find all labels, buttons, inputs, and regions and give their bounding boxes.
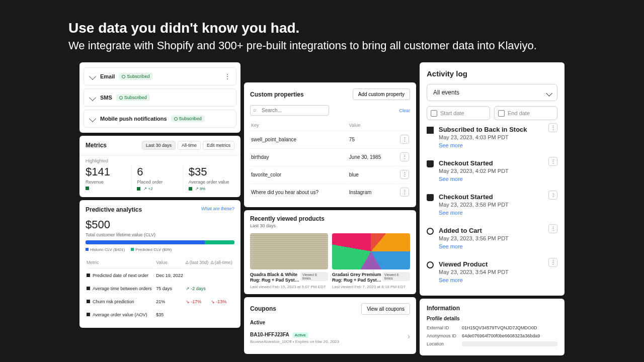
chevron-down-icon <box>89 94 96 101</box>
start-date-input[interactable]: Start date <box>427 106 490 120</box>
custom-properties-card: Custom properties Add custom property Cl… <box>244 82 416 207</box>
table-row: Where did you hear about us?Instagram⋮ <box>251 184 409 200</box>
status-badge: Subscribed <box>116 94 150 101</box>
event-icon <box>427 261 434 268</box>
activity-event: Viewed Product May 23, 2023, 3:54 PM PDT… <box>427 255 557 289</box>
channels-card: Email Subscribed ⋮ SMS Subscribed Mobile… <box>79 62 240 133</box>
metric-revenue: $141 Revenue <box>86 165 132 191</box>
end-date-input[interactable]: End date <box>494 106 557 120</box>
edit-metrics-button[interactable]: Edit metrics <box>203 141 234 150</box>
range-last30[interactable]: Last 30 days <box>142 141 176 150</box>
status-badge: Subscribed <box>171 115 205 122</box>
table-row: Average time between orders75 days↗ -2 d… <box>87 283 233 295</box>
table-row: Predicted date of next orderDec 19, 2022 <box>87 269 233 282</box>
product-card[interactable]: Gradasi Grey Premium Rug: Rug + Pad Syst… <box>332 233 410 289</box>
metric-aov: $35 Average order value ↗ 8% <box>184 165 234 191</box>
search-input[interactable] <box>250 105 329 116</box>
clear-link[interactable]: Clear <box>399 108 410 113</box>
channel-sms[interactable]: SMS Subscribed <box>84 88 236 107</box>
table-row: Average order value (AOV)$35 <box>87 309 233 321</box>
location-placeholder <box>462 341 557 346</box>
status-badge: Subscribed <box>119 73 152 80</box>
metric-orders: 6 Placed order ↗ +2 <box>132 165 183 191</box>
see-more-link[interactable]: See more <box>439 210 557 216</box>
see-more-link[interactable]: See more <box>439 277 557 283</box>
chevron-right-icon: › <box>408 332 410 341</box>
more-icon[interactable]: ⋮ <box>400 135 409 144</box>
help-link[interactable]: What are these? <box>201 206 234 213</box>
hero-subtitle: We integrate with Shopify and 300+ pre-b… <box>68 39 644 52</box>
product-thumbnail <box>250 233 328 269</box>
information-card: Information Profile details External ID0… <box>420 299 565 355</box>
more-icon[interactable]: ⋮ <box>548 224 557 233</box>
event-icon <box>427 160 434 167</box>
table-row: Churn risk prediction21%↘ -17%↘ -13% <box>87 296 233 308</box>
see-more-link[interactable]: See more <box>439 142 557 148</box>
more-icon[interactable]: ⋮ <box>548 123 557 132</box>
table-row: favorite_colorblue⋮ <box>251 166 409 183</box>
event-icon <box>427 127 434 134</box>
table-row: birthdayJune 30, 1985⋮ <box>251 148 409 165</box>
range-alltime[interactable]: All-time <box>178 141 201 150</box>
more-icon[interactable]: ⋮ <box>548 191 557 200</box>
channel-email[interactable]: Email Subscribed ⋮ <box>84 67 236 85</box>
events-filter-select[interactable]: All events <box>427 84 557 101</box>
event-icon <box>427 194 434 201</box>
chevron-down-icon <box>89 73 96 80</box>
hero-title: Use data you didn't know you had. <box>68 20 644 36</box>
more-icon[interactable]: ⋮ <box>548 258 557 267</box>
channel-push[interactable]: Mobile push notifications Subscribed <box>84 110 236 128</box>
predictive-card: Predictive analytics What are these? $50… <box>79 200 240 328</box>
more-icon[interactable]: ⋮ <box>224 72 231 80</box>
coupons-card: Coupons View all coupons Active BA10-HFF… <box>244 297 416 354</box>
activity-event: Checkout Started May 23, 2023, 4:02 PM P… <box>427 154 557 188</box>
see-more-link[interactable]: See more <box>439 243 557 249</box>
view-all-coupons-button[interactable]: View all coupons <box>361 303 410 315</box>
metrics-card: Metrics Last 30 days All-time Edit metri… <box>79 136 240 197</box>
recently-viewed-card: Recently viewed products Last 30 days Qu… <box>244 210 416 294</box>
more-icon[interactable]: ⋮ <box>548 157 557 166</box>
see-more-link[interactable]: See more <box>439 176 557 182</box>
add-custom-property-button[interactable]: Add custom property <box>353 88 410 100</box>
event-icon <box>427 228 434 235</box>
activity-event: Checkout Started May 23, 2023, 3:58 PM P… <box>427 188 557 221</box>
product-thumbnail <box>332 233 410 269</box>
more-icon[interactable]: ⋮ <box>400 170 409 179</box>
activity-event: Added to Cart May 23, 2023, 3:56 PM PDT … <box>427 221 557 255</box>
table-row: swell_point_balance75⋮ <box>251 131 409 147</box>
predictive-table: MetricValueΔ (last 30d)Δ (all-time) Pred… <box>86 256 234 322</box>
activity-log-card: Activity log All events Start date End d… <box>420 62 565 296</box>
more-icon[interactable]: ⋮ <box>400 152 409 161</box>
metrics-title: Metrics <box>86 142 107 149</box>
chevron-down-icon <box>89 115 96 122</box>
product-card[interactable]: Quadra Black & White Rug: Rug + Pad Syst… <box>250 233 328 289</box>
more-icon[interactable]: ⋮ <box>400 188 409 197</box>
coupon-row[interactable]: BA10-HFFJ23FAActive BrowseAbandon_10Off … <box>250 325 410 348</box>
activity-event: Subscribed to Back in Stock May 23, 2023… <box>427 120 557 154</box>
clv-bar <box>86 240 234 244</box>
